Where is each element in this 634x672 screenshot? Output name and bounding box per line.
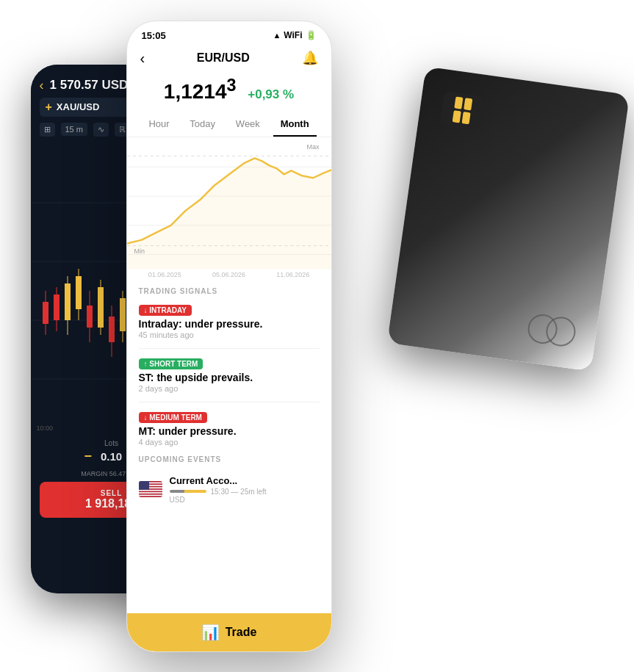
price-superscript: 3 xyxy=(227,76,237,95)
us-flag xyxy=(139,481,162,497)
trading-signals-section: TRADING SIGNALS ↓ INTRADAY Intraday: und… xyxy=(127,280,331,447)
lots-value: 0.10 xyxy=(101,450,122,463)
chart-type-btn[interactable]: ∿ xyxy=(93,123,109,137)
chart-dates: 01.06.2025 05.06.2026 11.06.2026 xyxy=(127,270,331,280)
svg-rect-41 xyxy=(139,490,162,491)
event-info: Current Acco... 15:30 — 25m left USD xyxy=(170,475,320,504)
svg-rect-43 xyxy=(139,495,162,496)
timeframe-tabs: Hour Today Week Month xyxy=(127,112,331,137)
svg-rect-15 xyxy=(98,287,104,328)
chip-line-3 xyxy=(452,110,461,123)
price-main: 1,12143 +0,93 % xyxy=(127,73,331,112)
phone-center: 15:05 ▲ WiFi 🔋 ‹ EUR/USD 🔔 1,12143 +0,93… xyxy=(126,21,332,652)
upcoming-events-title: UPCOMING EVENTS xyxy=(139,455,320,463)
divider-2 xyxy=(139,402,320,402)
line-chart: Max Min xyxy=(127,137,331,270)
left-price-display: 1 570.57 USD xyxy=(50,78,129,93)
lots-label: Lots xyxy=(104,439,118,447)
date-3: 11.06.2026 xyxy=(276,271,309,278)
trading-signals-title: TRADING SIGNALS xyxy=(139,287,320,295)
medium-term-badge: ↓ MEDIUM TERM xyxy=(139,412,207,423)
layers-icon: ⊞ xyxy=(44,125,51,134)
status-time: 15:05 xyxy=(142,30,166,41)
indicator-label: ℝ xyxy=(119,125,126,134)
card-chip xyxy=(440,91,485,129)
signal-item-short-term[interactable]: ↑ SHORT TERM ST: the upside prevails. 2 … xyxy=(139,356,320,393)
back-arrow-icon[interactable]: ‹ xyxy=(40,78,44,93)
chip-line-1 xyxy=(454,96,463,109)
intraday-title: Intraday: under pressure. xyxy=(139,318,320,330)
trade-label: Trade xyxy=(226,626,257,639)
svg-rect-7 xyxy=(54,295,60,320)
upcoming-events-section: UPCOMING EVENTS Current Acco.. xyxy=(127,455,331,508)
tab-week[interactable]: Week xyxy=(228,112,267,137)
lots-decrease-btn[interactable]: − xyxy=(84,449,92,464)
short-term-badge: ↑ SHORT TERM xyxy=(139,358,203,369)
signal-icon: ▲ xyxy=(273,31,281,40)
medium-term-title: MT: under pressure. xyxy=(139,425,320,437)
price-number: 1,1214 xyxy=(164,80,227,103)
trade-icon: 📊 xyxy=(201,624,220,641)
chart-max-label: Max xyxy=(306,143,319,151)
divider-1 xyxy=(139,348,320,349)
medium-term-time: 4 days ago xyxy=(139,438,320,447)
svg-rect-13 xyxy=(87,306,93,328)
card-brand-logo xyxy=(525,312,577,348)
nav-bell-icon[interactable]: 🔔 xyxy=(302,50,318,66)
timeframe-label: 15 m xyxy=(65,125,83,134)
payment-card xyxy=(386,66,629,371)
nav-title: EUR/USD xyxy=(197,51,250,65)
nav-back-button[interactable]: ‹ xyxy=(140,50,145,67)
event-name: Current Acco... xyxy=(170,475,320,486)
svg-rect-44 xyxy=(139,481,149,490)
chart-min-label: Min xyxy=(134,248,145,255)
status-icons: ▲ WiFi 🔋 xyxy=(273,30,316,40)
event-time-text: 15:30 — 25m left xyxy=(211,488,267,496)
short-term-title: ST: the upside prevails. xyxy=(139,372,320,383)
price-value: 1,12143 xyxy=(164,80,242,103)
svg-rect-5 xyxy=(43,302,48,324)
svg-rect-17 xyxy=(109,317,115,342)
chip-line-2 xyxy=(464,98,472,110)
signal-item-intraday[interactable]: ↓ INTRADAY Intraday: under pressure. 45 … xyxy=(139,303,320,339)
chip-line-4 xyxy=(461,112,470,124)
svg-rect-42 xyxy=(139,493,162,494)
tab-hour[interactable]: Hour xyxy=(141,112,176,137)
tab-today[interactable]: Today xyxy=(182,112,223,137)
plus-icon[interactable]: + xyxy=(46,101,52,114)
intraday-badge: ↓ INTRADAY xyxy=(139,305,192,316)
event-item[interactable]: Current Acco... 15:30 — 25m left USD xyxy=(139,471,320,508)
date-1: 01.06.2025 xyxy=(148,271,181,278)
timeframe-btn[interactable]: 15 m xyxy=(61,123,87,136)
event-time-bar: 15:30 — 25m left xyxy=(170,488,320,496)
battery-icon: 🔋 xyxy=(306,30,317,40)
time-label-1: 10:00 xyxy=(37,424,54,432)
intraday-time: 45 minutes ago xyxy=(139,330,320,339)
svg-rect-9 xyxy=(65,283,71,320)
nav-bar: ‹ EUR/USD 🔔 xyxy=(127,44,331,73)
layers-btn[interactable]: ⊞ xyxy=(40,123,55,137)
status-bar: 15:05 ▲ WiFi 🔋 xyxy=(127,21,331,44)
date-2: 05.06.2026 xyxy=(212,271,245,278)
svg-rect-11 xyxy=(76,276,82,309)
event-progress-bar xyxy=(170,490,206,493)
tab-month[interactable]: Month xyxy=(273,112,317,137)
wifi-icon: WiFi xyxy=(284,30,302,40)
svg-rect-19 xyxy=(120,298,126,331)
chart-type-icon: ∿ xyxy=(98,125,104,134)
price-change: +0,93 % xyxy=(248,87,294,101)
currency-label: USD xyxy=(170,496,320,504)
trade-button[interactable]: 📊 Trade xyxy=(127,613,331,651)
scene: ‹ 1 570.57 USD + XAU/USD ✕ ⊞ 15 m ∿ ℝ xyxy=(31,21,604,652)
short-term-time: 2 days ago xyxy=(139,384,320,393)
signal-item-medium-term[interactable]: ↓ MEDIUM TERM MT: under pressure. 4 days… xyxy=(139,410,320,447)
